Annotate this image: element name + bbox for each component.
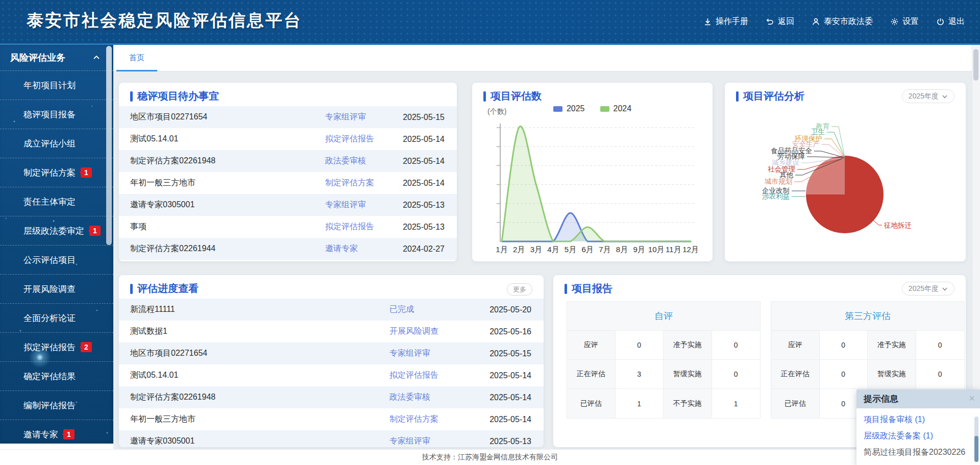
project-name: 邀请专家0305001 [130, 436, 194, 447]
progress-card: 评估进度查看 更多 新流程11111已完成2025-05-20测试数据1开展风险… [119, 275, 544, 447]
status-link[interactable]: 已完成 [389, 304, 414, 315]
report-value: 0 [712, 331, 761, 359]
sidebar-item-8[interactable]: 全面分析论证 [0, 303, 113, 332]
header-menu-item-4[interactable]: 退出 [936, 16, 965, 27]
status-link[interactable]: 开展风险调查 [389, 326, 438, 337]
row-date: 2025-05-14 [403, 135, 445, 144]
svg-text:4月: 4月 [547, 245, 559, 254]
tab-home[interactable]: 首页 [116, 45, 157, 71]
header-menu-item-2[interactable]: 泰安市政法委 [812, 16, 873, 27]
sidebar-item-label: 成立评估小组 [23, 138, 76, 150]
status-link[interactable]: 邀请专家 [325, 243, 358, 254]
toast-link-0[interactable]: 项目报备审核 (1) [864, 414, 973, 425]
svg-text:12月: 12月 [682, 245, 699, 254]
page-footer: 技术支持：江苏海盟金网信息技术有限公司 [0, 449, 980, 465]
title-bar-decoration [736, 91, 739, 102]
tab-bar: 首页 [113, 45, 972, 71]
table-row: 制定评估方案02261944邀请专家2024-02-27 [119, 238, 457, 260]
report-year-select[interactable]: 2025年度 [902, 282, 954, 296]
report-card-title: 项目报告 [572, 282, 612, 296]
legend-item-2025[interactable]: 2025 [553, 104, 585, 113]
table-row: 年初一般三方地市制定评估方案2025-05-14 [119, 172, 457, 194]
header-menu-item-1[interactable]: 返回 [766, 16, 794, 27]
page-scrollbar-thumb[interactable] [973, 49, 978, 81]
table-row: 地区市项目02271654专家组评审2025-05-15 [119, 342, 544, 364]
sidebar-item-2[interactable]: 成立评估小组 [0, 129, 113, 158]
svg-text:3月: 3月 [530, 245, 542, 254]
sidebar-item-11[interactable]: 编制评估报告 [0, 390, 113, 420]
status-link[interactable]: 专家组评审 [325, 200, 366, 210]
report-label: 已评估 [771, 389, 820, 418]
sidebar-item-12[interactable]: 邀请专家1 [0, 420, 113, 444]
report-label: 正在评估 [771, 360, 820, 388]
status-link[interactable]: 专家组评审 [325, 112, 366, 123]
project-name: 邀请专家0305001 [130, 200, 194, 210]
report-label: 已评估 [567, 389, 616, 418]
title-bar-decoration [130, 284, 133, 294]
header-menu-item-3[interactable]: 设置 [890, 16, 919, 27]
todo-rows: 地区市项目02271654专家组评审2025-05-15测试05.14.01拟定… [119, 106, 457, 260]
count-badge: 1 [63, 429, 75, 439]
project-name: 新流程11111 [130, 304, 175, 315]
report-label: 暂缓实施 [664, 360, 712, 388]
status-link[interactable]: 拟定评估报告 [325, 222, 374, 232]
sidebar-item-5[interactable]: 层级政法委审定1 [0, 216, 113, 245]
title-bar-decoration [130, 91, 133, 102]
more-button[interactable]: 更多 [507, 283, 532, 296]
project-name: 制定评估方案02261948 [130, 392, 215, 403]
table-row: 年初一般三方地市制定评估方案2025-05-14 [119, 408, 544, 430]
toast-scrollbar-track [974, 417, 978, 462]
svg-text:11月: 11月 [666, 245, 681, 254]
header-menu-item-0[interactable]: 操作手册 [703, 16, 748, 27]
todo-card-title: 稳评项目待办事宜 [137, 89, 219, 103]
project-name: 地区市项目02271654 [130, 348, 207, 359]
sidebar-item-4[interactable]: 责任主体审定 [0, 187, 113, 216]
sidebar-item-label: 开展风险调查 [23, 283, 76, 295]
table-row: 事项拟定评估报告2025-05-13 [119, 216, 457, 238]
report-table-0: 自评应评0准予实施0正在评估3暂缓实施0已评估1不予实施1 [567, 301, 761, 419]
status-link[interactable]: 拟定评估报告 [325, 134, 374, 144]
return-icon [766, 17, 774, 26]
report-table-title[interactable]: 第三方评估 [771, 302, 964, 331]
sidebar-item-9[interactable]: 拟定评估报告2 [0, 332, 113, 361]
status-link[interactable]: 拟定评估报告 [389, 370, 438, 381]
status-link[interactable]: 政法委审核 [325, 156, 366, 166]
app-title: 泰安市社会稳定风险评估信息平台 [27, 9, 302, 32]
sidebar-item-label: 制定评估方案 [23, 167, 76, 179]
sidebar-group-risk-assessment[interactable]: 风险评估业务 [0, 45, 113, 70]
sidebar-item-7[interactable]: 开展风险调查 [0, 274, 113, 303]
close-icon[interactable]: × [969, 393, 975, 404]
status-link[interactable]: 政法委审核 [389, 392, 430, 403]
user-icon [812, 17, 820, 26]
sidebar-item-3[interactable]: 制定评估方案1 [0, 158, 113, 187]
report-table-title[interactable]: 自评 [567, 302, 760, 331]
sidebar-item-label: 公示评估项目 [23, 254, 76, 266]
report-label: 正在评估 [567, 360, 616, 388]
report-value: 1 [712, 389, 761, 418]
header-menu: 操作手册返回泰安市政法委设置退出 [703, 0, 965, 43]
title-bar-decoration [483, 91, 486, 102]
sidebar-item-6[interactable]: 公示评估项目 [0, 245, 113, 274]
sidebar-item-0[interactable]: 年初项目计划 [0, 70, 113, 100]
toast-link-1[interactable]: 层级政法委备案 (1) [864, 431, 973, 442]
toast-scrollbar-thumb[interactable] [974, 436, 978, 462]
status-link[interactable]: 制定评估方案 [389, 414, 438, 425]
svg-text:1月: 1月 [496, 245, 507, 254]
report-row: 正在评估0暂缓实施0 [771, 360, 964, 389]
report-value: 0 [712, 360, 761, 388]
sidebar-item-1[interactable]: 稳评项目报备 [0, 100, 113, 129]
row-date: 2025-05-20 [489, 305, 531, 314]
sidebar-item-10[interactable]: 确定评估结果 [0, 361, 113, 390]
analysis-year-select[interactable]: 2025年度 [902, 89, 954, 103]
legend-item-2024[interactable]: 2024 [600, 104, 632, 113]
table-row: 新流程11111已完成2025-05-20 [119, 299, 544, 321]
line-chart: 1月2月3月4月5月6月7月8月9月10月11月12月 [472, 118, 713, 259]
status-link[interactable]: 专家组评审 [389, 436, 430, 447]
row-date: 2025-05-13 [403, 223, 445, 232]
svg-text:征地拆迁: 征地拆迁 [884, 222, 912, 229]
chevron-down-icon [942, 93, 948, 100]
status-link[interactable]: 专家组评审 [389, 348, 430, 359]
sidebar-scrollbar-thumb[interactable] [106, 46, 112, 245]
toast-title: 提示信息 [864, 393, 898, 405]
status-link[interactable]: 制定评估方案 [325, 178, 374, 188]
